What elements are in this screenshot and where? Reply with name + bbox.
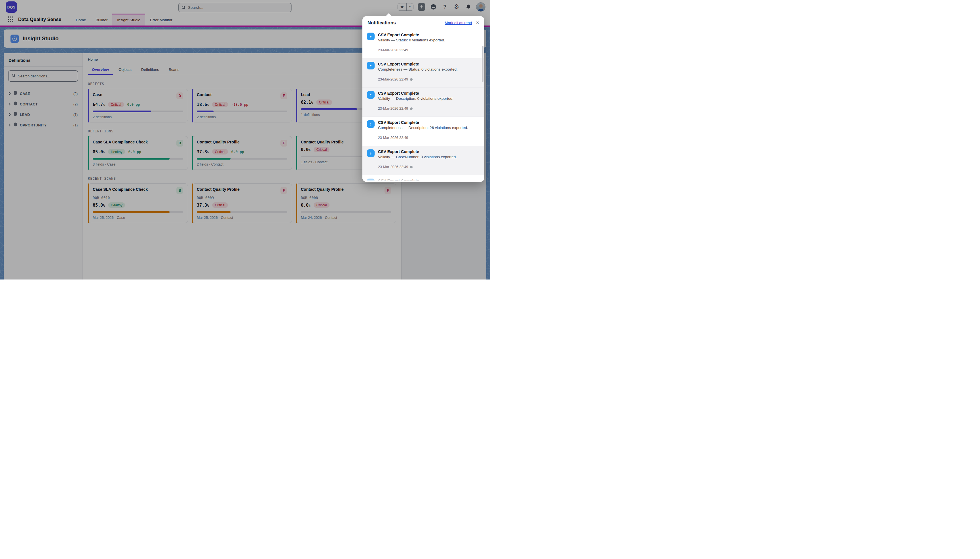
lightning-bolt-icon <box>367 62 374 69</box>
lightning-bolt-icon <box>367 33 374 40</box>
unread-dot <box>410 78 412 81</box>
notification-timestamp: 23-Mar-2026 22:49 <box>378 78 458 81</box>
bottom-fade <box>363 177 484 182</box>
notification-body: Validity — Description: 0 violations exp… <box>378 96 454 101</box>
application-window: DQS ★ ▼ ? ⚙ <box>0 0 490 280</box>
notifications-popover: Notifications Mark all as read × CSV Exp… <box>363 16 484 182</box>
notifications-header: Notifications Mark all as read × <box>363 16 484 29</box>
notification-body: Completeness — Description: 26 violation… <box>378 126 468 130</box>
notification-item[interactable]: CSV Export Complete Completeness — Statu… <box>363 58 484 88</box>
notification-item[interactable]: CSV Export Complete Validity — Descripti… <box>363 88 484 117</box>
notification-item[interactable]: CSV Export Complete Validity — Status: 0… <box>363 29 484 58</box>
notification-body: Validity — Status: 0 violations exported… <box>378 38 445 42</box>
notification-item[interactable]: CSV Export Complete Completeness — Descr… <box>363 117 484 146</box>
notification-timestamp: 23-Mar-2026 22:49 <box>378 136 468 140</box>
notification-body: Validity — CaseNumber: 0 violations expo… <box>378 155 457 159</box>
unread-dot <box>410 108 412 110</box>
notification-item[interactable]: CSV Export Complete Validity — CaseNumbe… <box>363 146 484 175</box>
scrollbar-thumb[interactable] <box>482 46 483 82</box>
notification-title: CSV Export Complete <box>378 120 468 125</box>
notification-timestamp: 23-Mar-2026 22:49 <box>378 107 454 111</box>
mark-all-as-read-link[interactable]: Mark all as read <box>445 21 472 25</box>
notification-body: Completeness — Status: 0 violations expo… <box>378 67 458 71</box>
lightning-bolt-icon <box>367 149 374 157</box>
notification-timestamp: 23-Mar-2026 22:49 <box>378 48 445 52</box>
lightning-bolt-icon <box>367 120 374 128</box>
notification-title: CSV Export Complete <box>378 149 457 154</box>
unread-dot <box>410 166 412 169</box>
notification-title: CSV Export Complete <box>378 91 454 96</box>
close-icon[interactable]: × <box>476 20 479 25</box>
notification-title: CSV Export Complete <box>378 33 445 37</box>
notification-title: CSV Export Complete <box>378 62 458 66</box>
lightning-bolt-icon <box>367 91 374 99</box>
notifications-title: Notifications <box>368 20 396 25</box>
notification-timestamp: 23-Mar-2026 22:49 <box>378 165 457 169</box>
